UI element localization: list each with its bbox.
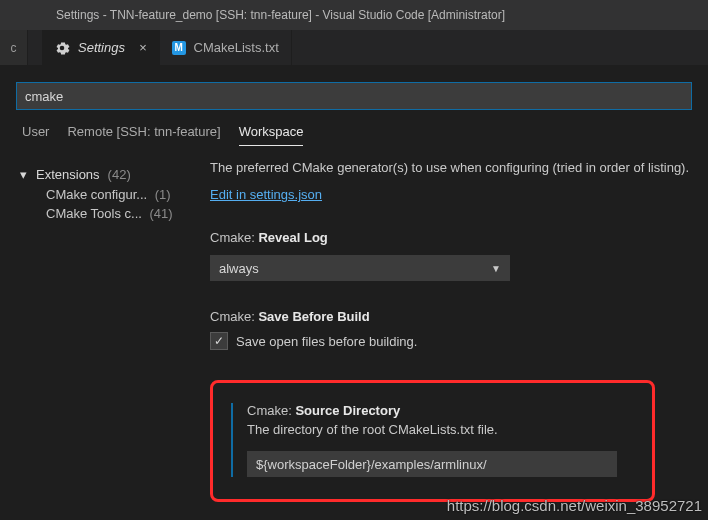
gear-icon <box>54 40 70 56</box>
sidebar-item-extensions[interactable]: ▾ Extensions (42) <box>20 164 202 185</box>
checkbox-label: Save open files before building. <box>236 334 417 349</box>
sidebar-item-label: Extensions <box>36 167 100 182</box>
settings-scope-tabs: User Remote [SSH: tnn-feature] Workspace <box>0 110 708 146</box>
tab-settings[interactable]: Settings × <box>42 30 160 65</box>
settings-search-input[interactable] <box>16 82 692 110</box>
chevron-down-icon: ▼ <box>491 263 501 274</box>
setting-source-directory-desc: The directory of the root CMakeLists.txt… <box>247 422 626 437</box>
scope-user[interactable]: User <box>22 124 49 146</box>
cmake-file-icon: M <box>172 41 186 55</box>
setting-source-directory: Cmake: Source Directory The directory of… <box>231 403 626 477</box>
setting-save-before-build-title: Cmake: Save Before Build <box>210 309 698 324</box>
settings-main: The preferred CMake generator(s) to use … <box>210 160 708 520</box>
tab-label: CMakeLists.txt <box>194 40 279 55</box>
settings-sidebar: ▾ Extensions (42) CMake configur... (1) … <box>0 160 210 520</box>
settings-body: ▾ Extensions (42) CMake configur... (1) … <box>0 146 708 520</box>
chevron-down-icon: ▾ <box>20 167 32 182</box>
highlight-annotation: Cmake: Source Directory The directory of… <box>210 380 655 502</box>
window-titlebar: Settings - TNN-feature_demo [SSH: tnn-fe… <box>0 0 708 30</box>
scope-remote[interactable]: Remote [SSH: tnn-feature] <box>67 124 220 146</box>
scope-workspace[interactable]: Workspace <box>239 124 304 146</box>
sidebar-item-label: CMake Tools c... <box>46 206 142 221</box>
sidebar-item-label: CMake configur... <box>46 187 147 202</box>
sidebar-item-count: (42) <box>104 167 131 182</box>
sidebar-item-count: (1) <box>151 187 171 202</box>
checkbox-save-before-build[interactable]: ✓ <box>210 332 228 350</box>
settings-search-wrap <box>0 66 708 110</box>
close-icon[interactable]: × <box>133 40 147 55</box>
setting-save-before-build-row: ✓ Save open files before building. <box>210 332 698 350</box>
select-value: always <box>219 261 259 276</box>
watermark: https://blog.csdn.net/weixin_38952721 <box>447 497 702 514</box>
tab-cmakelists[interactable]: M CMakeLists.txt <box>160 30 292 65</box>
editor-tabs: c Settings × M CMakeLists.txt <box>0 30 708 66</box>
tab-stub[interactable]: c <box>0 30 28 65</box>
tab-label: Settings <box>78 40 125 55</box>
sidebar-item-count: (41) <box>145 206 172 221</box>
setting-reveal-log-select[interactable]: always ▼ <box>210 255 510 281</box>
setting-generators-desc: The preferred CMake generator(s) to use … <box>210 160 698 175</box>
setting-source-directory-input[interactable] <box>247 451 617 477</box>
sidebar-item-cmake-config[interactable]: CMake configur... (1) <box>20 185 202 204</box>
setting-reveal-log-title: Cmake: Reveal Log <box>210 230 698 245</box>
window-title: Settings - TNN-feature_demo [SSH: tnn-fe… <box>56 8 505 22</box>
edit-in-settings-json-link[interactable]: Edit in settings.json <box>210 187 322 202</box>
setting-source-directory-title: Cmake: Source Directory <box>247 403 626 418</box>
sidebar-item-cmake-tools[interactable]: CMake Tools c... (41) <box>20 204 202 223</box>
